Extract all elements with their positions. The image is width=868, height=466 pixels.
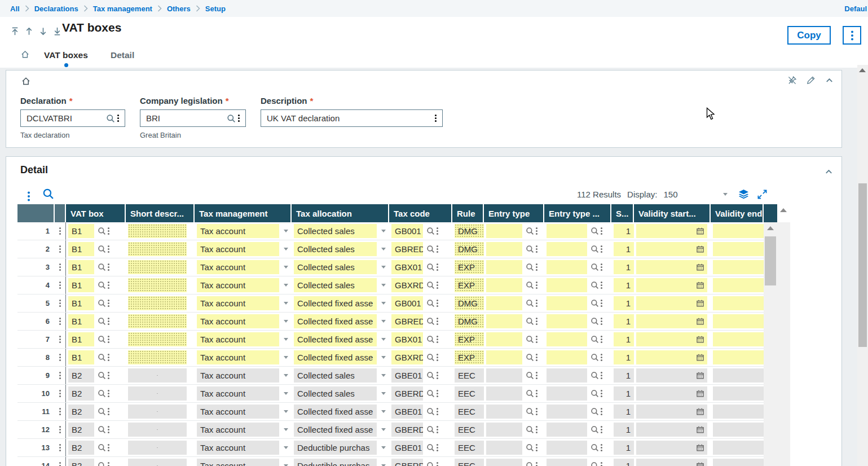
entry-type-lookup-icon[interactable] xyxy=(526,227,534,235)
tax-code-input[interactable]: GBXRD xyxy=(391,350,423,364)
tax-allocation-select[interactable]: Collected sales xyxy=(294,242,377,256)
row-menu-icon[interactable] xyxy=(55,240,66,258)
entry-type-2-lookup-icon[interactable] xyxy=(591,263,599,271)
tax-allocation-select[interactable]: Collected fixed asse xyxy=(294,296,377,310)
dropdown-icon[interactable] xyxy=(284,284,288,287)
tax-allocation-select[interactable]: Collected sales xyxy=(294,260,377,274)
tax-code-menu-icon[interactable] xyxy=(437,302,438,304)
calendar-icon[interactable] xyxy=(697,227,704,235)
vat-box-input[interactable]: B1 xyxy=(68,350,94,364)
expand-grid-icon[interactable] xyxy=(757,190,767,199)
calendar-icon[interactable] xyxy=(697,300,704,307)
entry-type-lookup-icon[interactable] xyxy=(526,281,534,289)
vat-box-lookup-icon[interactable] xyxy=(98,461,106,466)
dropdown-icon[interactable] xyxy=(381,446,386,449)
entry-type-lookup-icon[interactable] xyxy=(526,389,534,398)
first-record-button[interactable] xyxy=(9,25,20,37)
calendar-icon[interactable] xyxy=(697,354,704,361)
dropdown-icon[interactable] xyxy=(381,356,386,359)
entry-type-2-menu-icon[interactable] xyxy=(601,375,602,376)
entry-type-2-input[interactable] xyxy=(547,368,587,383)
tax-code-menu-icon[interactable] xyxy=(437,284,438,286)
entry-type-menu-icon[interactable] xyxy=(536,393,537,394)
breadcrumb-link[interactable]: Setup xyxy=(205,5,226,13)
sign-field[interactable]: 1 xyxy=(614,386,634,401)
vat-box-lookup-icon[interactable] xyxy=(98,227,106,235)
entry-type-menu-icon[interactable] xyxy=(536,411,537,412)
page-scrollbar-thumb[interactable] xyxy=(858,183,867,347)
entry-type-2-lookup-icon[interactable] xyxy=(591,227,599,235)
tax-management-select[interactable]: Tax account xyxy=(197,314,279,328)
vat-box-input[interactable]: B2 xyxy=(68,459,94,466)
validity-start-input[interactable] xyxy=(636,260,707,274)
validity-start-input[interactable] xyxy=(636,350,707,364)
tax-code-menu-icon[interactable] xyxy=(437,429,438,430)
calendar-icon[interactable] xyxy=(697,263,704,271)
tax-code-menu-icon[interactable] xyxy=(437,375,438,376)
vat-box-lookup-icon[interactable] xyxy=(98,389,106,398)
entry-type-lookup-icon[interactable] xyxy=(526,443,534,452)
tax-code-input[interactable]: GBE01 xyxy=(391,405,423,419)
entry-type-2-input[interactable] xyxy=(547,441,587,455)
entry-type-menu-icon[interactable] xyxy=(536,338,537,340)
last-record-button[interactable] xyxy=(51,25,63,37)
row-menu-icon[interactable] xyxy=(55,222,66,240)
entry-type-lookup-icon[interactable] xyxy=(526,299,534,307)
tax-code-lookup-icon[interactable] xyxy=(426,389,435,398)
dropdown-icon[interactable] xyxy=(284,428,288,431)
validity-end-input[interactable] xyxy=(713,350,764,364)
calendar-icon[interactable] xyxy=(697,372,704,379)
tax-management-select[interactable]: Tax account xyxy=(197,459,279,466)
validity-start-input[interactable] xyxy=(636,224,707,238)
sign-field[interactable]: 1 xyxy=(614,242,634,256)
section-home-icon[interactable] xyxy=(21,76,31,86)
vat-box-menu-icon[interactable] xyxy=(108,230,109,232)
tax-code-lookup-icon[interactable] xyxy=(426,425,435,434)
tax-management-select[interactable]: Tax account xyxy=(197,350,279,364)
collapse-section-icon[interactable] xyxy=(825,76,834,85)
entry-type-menu-icon[interactable] xyxy=(536,302,537,304)
tax-code-input[interactable]: GB001 xyxy=(391,296,423,310)
entry-type-2-input[interactable] xyxy=(547,332,587,346)
column-header[interactable]: Tax code xyxy=(389,204,452,222)
entry-type-input[interactable] xyxy=(486,296,522,310)
tax-code-lookup-icon[interactable] xyxy=(426,335,435,344)
validity-end-input[interactable] xyxy=(713,423,764,437)
unpin-icon[interactable] xyxy=(787,76,797,85)
tax-code-input[interactable]: GBXRD xyxy=(391,278,423,292)
entry-type-2-menu-icon[interactable] xyxy=(601,393,602,394)
tax-code-menu-icon[interactable] xyxy=(437,411,438,412)
entry-type-menu-icon[interactable] xyxy=(536,375,537,376)
row-menu-icon[interactable] xyxy=(55,349,66,366)
validity-start-input[interactable] xyxy=(636,332,707,346)
vat-box-menu-icon[interactable] xyxy=(108,302,109,304)
vat-box-input[interactable]: B2 xyxy=(68,386,94,401)
page-scrollbar[interactable] xyxy=(857,65,868,466)
entry-type-input[interactable] xyxy=(486,386,522,401)
dropdown-icon[interactable] xyxy=(381,338,386,341)
tax-allocation-select[interactable]: Collected sales xyxy=(294,368,377,383)
sign-field[interactable]: 1 xyxy=(614,423,634,437)
entry-type-2-input[interactable] xyxy=(547,405,587,419)
dropdown-icon[interactable] xyxy=(284,446,288,449)
tax-management-select[interactable]: Tax account xyxy=(197,224,279,238)
dropdown-icon[interactable] xyxy=(284,302,288,305)
entry-type-2-input[interactable] xyxy=(547,242,587,256)
entry-type-menu-icon[interactable] xyxy=(536,357,537,358)
dropdown-icon[interactable] xyxy=(381,320,386,323)
entry-type-2-lookup-icon[interactable] xyxy=(591,317,599,326)
entry-type-2-input[interactable] xyxy=(547,260,587,274)
entry-type-2-menu-icon[interactable] xyxy=(601,447,602,449)
entry-type-2-menu-icon[interactable] xyxy=(601,429,602,430)
row-menu-icon[interactable] xyxy=(55,403,66,420)
entry-type-2-lookup-icon[interactable] xyxy=(591,443,599,452)
dropdown-icon[interactable] xyxy=(381,374,386,377)
vat-box-input[interactable]: B1 xyxy=(68,278,94,292)
grid-scrollbar-thumb[interactable] xyxy=(765,236,776,285)
next-record-button[interactable] xyxy=(37,25,49,37)
validity-end-input[interactable] xyxy=(713,332,764,346)
row-menu-icon[interactable] xyxy=(55,457,66,466)
tax-code-menu-icon[interactable] xyxy=(437,320,438,322)
entry-type-2-lookup-icon[interactable] xyxy=(591,245,599,253)
calendar-icon[interactable] xyxy=(697,245,704,253)
